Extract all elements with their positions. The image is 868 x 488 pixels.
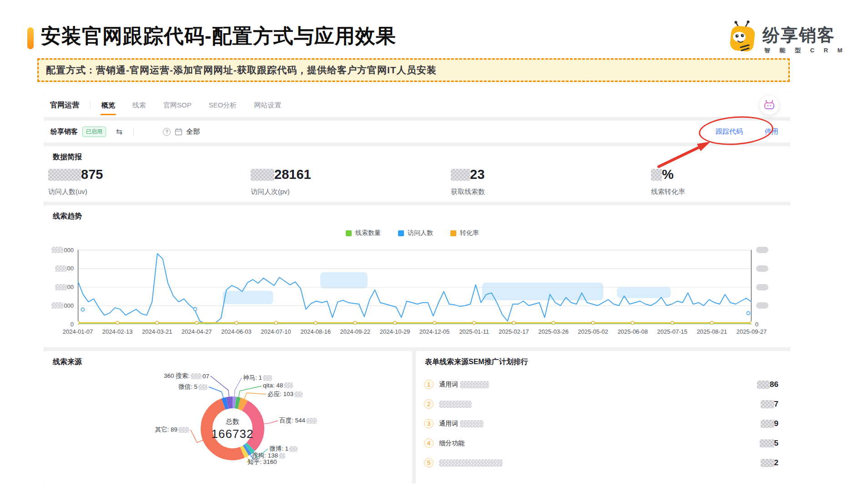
sem-plan-name: 通用词	[439, 381, 489, 389]
tab-官网SOP[interactable]: 官网SOP	[163, 93, 192, 117]
masked-value	[279, 453, 285, 459]
masked-value	[760, 439, 774, 447]
trend-legend: 线索数量访问人数转化率	[346, 229, 479, 237]
metric-label: 访问人次(pv)	[251, 188, 311, 196]
brand-logo: 纷享销客 智 能 型 C R M	[727, 20, 863, 59]
metric-线索转化率: %线索转化率	[651, 167, 685, 196]
robot-icon	[763, 100, 775, 111]
masked-value	[51, 247, 63, 253]
sem-plan-name	[439, 459, 503, 467]
rank-badge: 5	[424, 458, 434, 468]
divider	[133, 127, 134, 136]
site-toolbar: 纷享销客 已启用 ⇆ ? 全部 跟踪代码 停用	[44, 121, 790, 142]
masked-value	[306, 418, 317, 424]
trend-title: 线索趋势	[53, 212, 82, 221]
help-icon[interactable]: ?	[163, 128, 171, 136]
masked-value	[48, 169, 81, 181]
rank-badge: 2	[424, 399, 434, 409]
masked-value	[439, 459, 503, 467]
calendar-icon[interactable]	[175, 128, 182, 136]
donut-label-qita: qita: 48	[263, 382, 293, 389]
tabs-container: 概览线索官网SOPSEO分析网站设置	[101, 93, 281, 117]
summary-title: 数据简报	[53, 152, 82, 162]
page-title: 安装官网跟踪代码-配置方式与应用效果	[41, 23, 396, 50]
sem-plan-value: 9	[761, 419, 778, 428]
masked-value	[294, 391, 303, 397]
donut-label-微信: 微信: 5	[152, 383, 207, 391]
assistant-button[interactable]	[760, 96, 779, 115]
metric-访问人数(uv): 875访问人数(uv)	[48, 167, 103, 196]
toolbar-actions: 跟踪代码 停用	[716, 127, 778, 136]
x-tick-label: 2024-01-07	[55, 328, 101, 335]
metric-访问人次(pv): 28161访问人次(pv)	[251, 167, 311, 196]
dashboard: 官网运营 概览线索官网SOPSEO分析网站设置	[44, 93, 790, 483]
masked-value	[51, 302, 63, 309]
legend-转化率[interactable]: 转化率	[450, 229, 479, 237]
x-tick-label: 2025-02-17	[491, 328, 536, 335]
sem-plan-value: 2	[761, 458, 778, 468]
data-summary-card: 数据简报 875访问人数(uv)28161访问人次(pv)23获取线索数%线索转…	[44, 146, 790, 202]
site-name: 纷享销客	[50, 127, 78, 136]
x-tick-label: 2025-09-27	[729, 328, 774, 335]
x-tick-label: 2024-12-05	[412, 328, 457, 335]
sem-plan-name: 细分功能	[439, 439, 464, 447]
x-tick-label: 2024-07-10	[253, 328, 299, 335]
donut-label-神马: 神马: 1	[243, 374, 272, 382]
sem-row-5[interactable]: 52	[416, 453, 790, 473]
masked-value	[460, 420, 484, 427]
metric-label: 访问人数(uv)	[48, 188, 103, 196]
metric-label: 获取线索数	[451, 188, 485, 196]
masked-value	[460, 381, 489, 388]
masked-value	[55, 265, 67, 272]
date-filter-all[interactable]: 全部	[186, 127, 200, 136]
masked-axis-label	[756, 284, 768, 290]
bee-mascot-icon	[727, 20, 759, 59]
masked-axis-label	[756, 247, 768, 253]
x-tick-label: 2025-01-11	[451, 328, 497, 335]
legend-swatch	[398, 230, 404, 236]
x-tick-label: 2024-02-13	[95, 328, 140, 335]
sem-plan-name: 通用词	[439, 420, 484, 428]
masked-value	[284, 382, 293, 388]
sem-row-4[interactable]: 4细分功能5	[416, 433, 790, 453]
x-tick-label: 2025-03-26	[530, 328, 576, 335]
legend-swatch	[450, 230, 456, 236]
switch-site-icon[interactable]: ⇆	[116, 127, 122, 137]
metric-value: %	[662, 167, 674, 182]
legend-访问人数[interactable]: 访问人数	[398, 229, 433, 237]
sem-row-1[interactable]: 1通用词86	[416, 375, 790, 394]
sem-plan-name	[439, 401, 472, 408]
x-tick-label: 2024-10-29	[372, 328, 418, 335]
trend-plot[interactable]	[78, 250, 752, 325]
masked-value	[451, 169, 470, 181]
masked-value	[439, 401, 472, 408]
tab-概览[interactable]: 概览	[101, 93, 115, 117]
metric-label: 线索转化率	[651, 188, 685, 196]
masked-axis-label	[756, 302, 768, 309]
x-tick-label: 2024-06-03	[213, 328, 259, 335]
masked-value	[757, 381, 770, 389]
x-tick-label: 2025-05-02	[570, 328, 616, 335]
track-code-link[interactable]: 跟踪代码	[716, 127, 743, 136]
sem-plan-value: 5	[760, 439, 778, 448]
lead-source-card: 线索来源 总数 166732 神马: 1qita: 48必应: 103百度: 5…	[44, 351, 412, 483]
brand-tagline: 智 能 型 C R M	[764, 46, 846, 55]
legend-线索数量[interactable]: 线索数量	[346, 229, 381, 237]
donut-center-total: 总数 166732	[205, 417, 260, 441]
x-tick-label: 2024-03-21	[134, 328, 180, 335]
x-tick-label: 2025-07-15	[650, 328, 695, 335]
metric-value: 28161	[274, 167, 311, 182]
sem-ranking-title: 表单线索来源SEM推广计划排行	[425, 357, 528, 367]
tab-线索[interactable]: 线索	[132, 93, 146, 117]
sem-row-2[interactable]: 27	[416, 394, 790, 414]
title-accent-bar	[27, 27, 34, 49]
sem-plan-value: 86	[757, 380, 778, 389]
tab-SEO分析[interactable]: SEO分析	[209, 93, 237, 117]
tab-网站设置[interactable]: 网站设置	[254, 93, 281, 117]
x-tick-label: 2025-08-21	[689, 328, 735, 335]
sem-row-3[interactable]: 3通用词9	[416, 414, 790, 433]
config-note-text: 配置方式：营销通-官网运营-添加官网网址-获取跟踪代码，提供给客户方官网IT人员…	[46, 64, 437, 76]
disable-link[interactable]: 停用	[765, 127, 778, 136]
donut-total-value: 166732	[205, 427, 260, 441]
enabled-badge: 已启用	[82, 127, 106, 137]
